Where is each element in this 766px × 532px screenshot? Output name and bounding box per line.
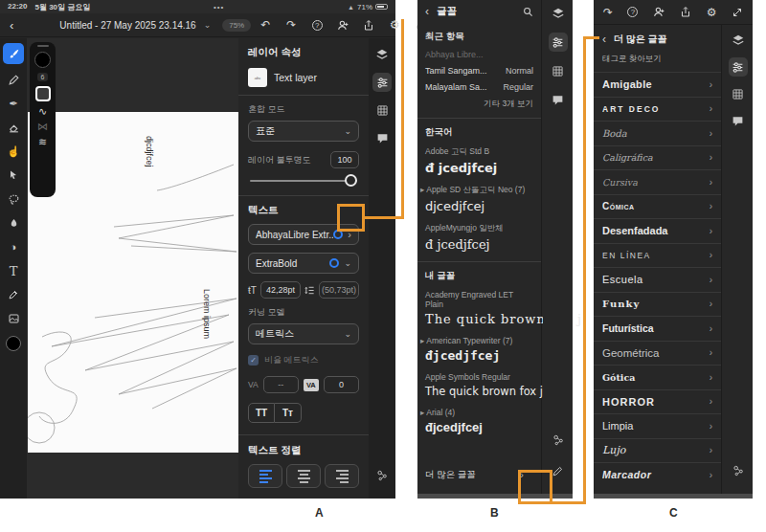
category-row[interactable]: HORROR› [594,389,721,414]
smallcaps-button[interactable]: Tᴛ [275,403,302,423]
category-row[interactable]: Gótica› [594,365,721,389]
brush-size-value[interactable]: 6 [37,73,49,81]
recent-font-item[interactable]: Malayalam Sa... Regular [425,82,533,92]
category-row[interactable]: Cursiva› [594,169,721,194]
layer-thumbnail[interactable]: abc [248,68,267,87]
properties-sliders-icon[interactable] [372,73,392,92]
eyedropper-tool[interactable] [3,286,24,303]
grid-icon[interactable] [729,84,748,103]
title-caret-icon[interactable]: ⌄ [204,20,212,30]
adjust-tool[interactable]: ◑ [3,238,24,255]
category-row[interactable]: EN LÍNEA› [594,243,721,268]
category-row[interactable]: Futurística› [594,316,721,341]
font-size-value[interactable]: 42,28pt [260,281,301,299]
recent-font-item[interactable]: Abhaya Libre... [425,50,533,59]
layers-icon[interactable] [729,31,748,50]
fullscreen-icon[interactable] [732,7,743,18]
uppercase-button[interactable]: TT [248,403,275,423]
pixel-brush-tool[interactable] [3,71,24,88]
tracking-value[interactable]: -- [263,376,299,393]
category-row[interactable]: Cómica› [594,194,721,219]
invite-person-icon[interactable] [336,18,349,32]
redo-icon[interactable]: ↷ [284,18,298,32]
properties-sliders-icon[interactable] [549,33,568,52]
recent-font-item[interactable]: Tamil Sangam... Normal [425,66,533,76]
font-list-item[interactable]: Academy Engraved LET Plain The quick bro… [425,290,533,326]
font-list-item[interactable]: American Typewriter (7) đjcedjfcej [425,336,533,363]
layers-icon[interactable] [372,45,392,64]
zoom-level-badge[interactable]: 75% [222,19,251,32]
browse-by-tag-label[interactable]: 태그로 찾아보기 [594,50,721,72]
category-row[interactable]: Limpia› [594,413,721,438]
font-list-item[interactable]: AppleMyungjo 일반체 đ jcedjfcej [425,223,533,252]
align-right-button[interactable] [325,464,359,488]
kerning-dropdown[interactable]: 메트릭스 ⌄ [248,323,359,344]
invite-person-icon[interactable] [653,6,665,18]
lasso-tool[interactable] [3,190,24,208]
search-icon[interactable] [523,7,533,17]
share-icon[interactable] [362,18,375,32]
settings-gear-icon[interactable]: ⚙ [707,6,717,19]
comment-icon[interactable] [729,111,748,130]
leading-value[interactable]: (50,73pt) [319,281,359,299]
properties-sliders-icon[interactable] [729,57,748,77]
comment-icon[interactable] [372,128,392,147]
share-icon[interactable] [680,6,691,18]
font-list-item[interactable]: Apple Symbols Regular The quick brown fo… [425,372,533,398]
place-image-tool[interactable] [3,310,24,327]
category-row[interactable]: Desenfadada› [594,218,721,243]
font-weight-dropdown[interactable]: ExtraBold ⌄ [248,253,359,274]
back-icon[interactable]: ‹ [10,19,13,32]
document-title[interactable]: Untitled - 27 May 2025 23.14.16 [59,20,195,31]
color-swatch[interactable] [6,336,21,351]
category-row[interactable]: Geométrica› [594,341,721,366]
undo-icon[interactable]: ↶ [259,18,272,32]
grid-icon[interactable] [372,100,392,120]
comment-icon[interactable] [549,90,568,109]
nodes-share-icon[interactable] [549,431,568,450]
slider-knob[interactable] [345,174,357,187]
font-list-item[interactable]: Apple SD 산돌고딕 Neo (7) djcedjfcej [425,185,533,213]
opacity-value[interactable]: 100 [330,151,359,168]
drawing-canvas[interactable]: djcdjfcej Lorem ipsum [28,112,238,453]
canvas-text-lorem[interactable]: Lorem ipsum [202,289,212,339]
help-icon[interactable]: ? [310,18,324,32]
font-list-item[interactable]: Adobe 고딕 Std B đ jcedjfcej [425,146,533,175]
category-row[interactable]: Boda› [594,121,721,145]
brush-tool[interactable] [3,43,24,64]
back-icon[interactable]: ‹ [425,6,429,17]
brush-settings-icon[interactable]: ≋ [38,137,47,147]
text-tool[interactable]: T [3,262,24,279]
nodes-share-icon[interactable] [372,466,392,485]
tracking2-value[interactable]: 0 [324,376,359,393]
layers-icon[interactable] [549,4,568,23]
category-row[interactable]: Caligráfica› [594,145,721,170]
redo-icon[interactable]: ↷ [603,6,613,19]
view-more-recent-link[interactable]: 기타 3개 보기 [425,99,533,110]
font-list-item[interactable]: Arial (4) đjcedjfcej [425,408,533,434]
category-row[interactable]: Escuela› [594,267,721,292]
more-fonts-link[interactable]: 더 많은 글꼴 [425,469,476,481]
opacity-slider[interactable] [250,174,357,188]
align-left-button[interactable] [248,464,282,488]
category-row[interactable]: Amigable› [594,72,721,97]
move-tool[interactable] [3,166,24,184]
ink-brush-tool[interactable]: ✒ [3,95,24,112]
nodes-share-icon[interactable] [729,461,748,480]
category-row[interactable]: Marcador› [594,462,721,487]
fill-tool[interactable] [3,214,24,232]
back-icon[interactable]: ‹ [602,33,606,45]
proportional-metrics-checkbox[interactable]: ✓ 비율 메트릭스 [248,354,359,366]
brush-preset-selected[interactable] [35,86,51,101]
blend-mode-dropdown[interactable]: 표준 ⌄ [248,121,359,142]
help-icon[interactable]: ? [627,7,638,17]
grid-icon[interactable] [549,61,568,80]
category-row[interactable]: Lujo› [594,438,721,463]
category-row[interactable]: ART DECO› [594,97,721,122]
ribbon-brush-icon[interactable]: ⋈ [37,122,48,132]
category-row[interactable]: Funky› [594,292,721,317]
smudge-tool[interactable]: ☝ [3,143,24,160]
eraser-tool[interactable] [3,119,24,136]
align-center-button[interactable] [286,464,321,488]
drag-handle[interactable] [37,45,49,47]
